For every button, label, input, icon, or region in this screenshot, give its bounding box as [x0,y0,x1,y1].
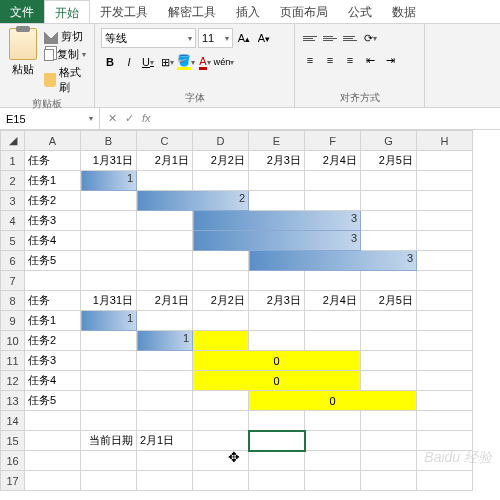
row-2[interactable]: 2 [1,171,25,191]
cell[interactable] [25,271,81,291]
tab-insert[interactable]: 插入 [226,0,270,23]
cell[interactable]: 任务4 [25,231,81,251]
cell[interactable] [25,451,81,471]
cell[interactable] [193,171,249,191]
col-G[interactable]: G [361,131,417,151]
font-color-button[interactable]: A▾ [196,52,214,72]
cell[interactable]: 2月1日 [137,431,193,451]
cell[interactable] [81,331,137,351]
align-bottom-button[interactable] [341,28,359,48]
cell[interactable] [25,411,81,431]
cell[interactable] [361,431,417,451]
cell[interactable] [137,311,193,331]
cell[interactable]: 任务 [25,291,81,311]
cell[interactable] [81,251,137,271]
cell[interactable] [417,231,473,251]
cell[interactable] [249,171,305,191]
cell[interactable] [81,191,137,211]
cell[interactable] [417,471,473,491]
row-13[interactable]: 13 [1,391,25,411]
paste-button[interactable]: 粘贴 [6,26,40,95]
cell[interactable] [417,291,473,311]
cell[interactable] [361,271,417,291]
cell[interactable] [137,251,193,271]
worksheet[interactable]: ◢ A B C D E F G H 1任务1月31日2月1日2月2日2月3日2月… [0,130,500,491]
gantt-bar[interactable]: 3 [249,251,417,271]
cell[interactable] [137,371,193,391]
cell[interactable] [137,451,193,471]
cell[interactable]: 2月1日 [137,151,193,171]
cell[interactable] [137,471,193,491]
cell[interactable] [137,391,193,411]
cell[interactable]: 任务 [25,151,81,171]
cell[interactable] [305,331,361,351]
align-left-button[interactable]: ≡ [301,50,319,70]
tab-file[interactable]: 文件 [0,0,44,23]
grid[interactable]: ◢ A B C D E F G H 1任务1月31日2月1日2月2日2月3日2月… [0,130,473,491]
cell[interactable] [361,211,417,231]
cell[interactable] [249,331,305,351]
cell[interactable] [81,351,137,371]
fx-icon[interactable]: fx [142,112,151,125]
cell[interactable]: 2月3日 [249,151,305,171]
row-16[interactable]: 16 [1,451,25,471]
cell[interactable]: 任务2 [25,191,81,211]
underline-button[interactable]: U▾ [139,52,157,72]
tab-layout[interactable]: 页面布局 [270,0,338,23]
cell[interactable] [81,211,137,231]
tab-home[interactable]: 开始 [44,0,90,23]
cell[interactable] [305,271,361,291]
col-H[interactable]: H [417,131,473,151]
cell[interactable]: 2月1日 [137,291,193,311]
cell[interactable] [417,211,473,231]
increase-font-button[interactable]: A▴ [235,28,253,48]
cell[interactable] [417,431,473,451]
orientation-button[interactable]: ⟳▾ [361,28,379,48]
cell[interactable] [249,411,305,431]
cell[interactable]: 2月2日 [193,151,249,171]
cell[interactable] [417,251,473,271]
row-17[interactable]: 17 [1,471,25,491]
font-size-select[interactable]: 11▾ [198,28,233,48]
cell[interactable] [81,271,137,291]
row-15[interactable]: 15 [1,431,25,451]
tab-developer[interactable]: 开发工具 [90,0,158,23]
cell[interactable] [305,191,361,211]
cell[interactable] [137,211,193,231]
cell[interactable]: 当前日期 [81,431,137,451]
cell[interactable] [193,391,249,411]
cell[interactable] [249,191,305,211]
cell[interactable] [81,371,137,391]
cell[interactable]: 任务2 [25,331,81,351]
cell[interactable]: 0 [193,371,361,391]
cell[interactable] [361,351,417,371]
cell[interactable] [249,271,305,291]
cell[interactable] [305,451,361,471]
align-top-button[interactable] [301,28,319,48]
col-C[interactable]: C [137,131,193,151]
cell[interactable]: 0 [193,351,361,371]
cancel-formula-icon[interactable]: ✕ [108,112,117,125]
gantt-bar[interactable]: 1 [81,171,137,191]
cell[interactable] [361,191,417,211]
cell[interactable] [305,431,361,451]
cell[interactable]: 2月2日 [193,291,249,311]
row-8[interactable]: 8 [1,291,25,311]
cell[interactable] [417,191,473,211]
cell[interactable] [249,311,305,331]
cell[interactable] [417,391,473,411]
cell[interactable]: 2月4日 [305,151,361,171]
gantt-bar[interactable]: 3 [193,231,361,251]
row-4[interactable]: 4 [1,211,25,231]
tab-data[interactable]: 数据 [382,0,426,23]
name-box[interactable]: E15▾ [0,108,100,129]
bold-button[interactable]: B [101,52,119,72]
decrease-font-button[interactable]: A▾ [255,28,273,48]
cell[interactable]: 2月4日 [305,291,361,311]
gantt-bar[interactable]: 1 [81,311,137,331]
row-7[interactable]: 7 [1,271,25,291]
cell[interactable] [305,311,361,331]
cell[interactable] [81,231,137,251]
gantt-bar[interactable]: 1 [137,331,193,351]
cell[interactable]: 2月5日 [361,291,417,311]
